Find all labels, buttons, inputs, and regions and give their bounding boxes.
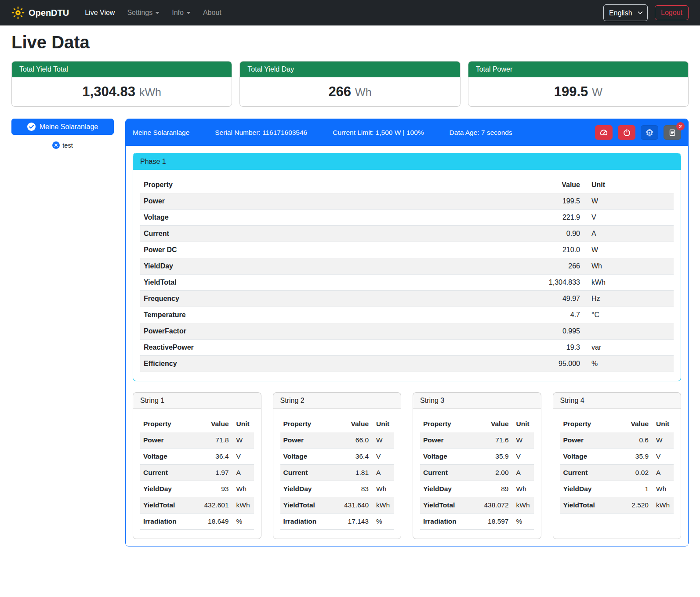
device-info-button[interactable] (641, 125, 658, 140)
row-property: YieldDay (420, 481, 480, 497)
logout-button[interactable]: Logout (655, 5, 689, 20)
sidebar-item-test-label: test (62, 142, 73, 149)
row-property: Voltage (420, 449, 480, 465)
table-row: Current1.81A (280, 465, 394, 481)
language-select-control[interactable]: English (604, 7, 647, 19)
row-unit: var (584, 340, 674, 356)
table-header-row: Property Value Unit (420, 416, 534, 432)
row-property: YieldDay (560, 481, 620, 497)
nav-links: Live View Settings Info About (80, 5, 227, 20)
table-row: Power66.0W (280, 432, 394, 449)
row-property: Irradiation (420, 514, 480, 530)
row-unit: W (652, 432, 674, 449)
row-unit: Hz (584, 291, 674, 307)
row-value: 71.8 (200, 432, 232, 449)
string-card-3: String 3 Property Value Unit (413, 392, 541, 539)
row-value: 438.072 (480, 497, 512, 514)
row-unit: A (584, 226, 674, 242)
table-row: Current2.00A (420, 465, 534, 481)
row-unit: V (652, 449, 674, 465)
inverter-serial: Serial Number: 116171603546 (215, 129, 307, 137)
table-row: Voltage35.9V (420, 449, 534, 465)
row-unit: V (232, 449, 254, 465)
table-header-row: Property Value Unit (140, 416, 254, 432)
table-row: Power0.6W (560, 432, 674, 449)
power-button[interactable] (618, 125, 635, 140)
row-unit: A (232, 465, 254, 481)
brand[interactable]: OpenDTU (11, 6, 69, 19)
nav-about[interactable]: About (198, 5, 227, 20)
phase-card-body: Property Value Unit Power199.5WVoltage22… (133, 170, 681, 381)
table-row: YieldTotal2.520kWh (560, 497, 674, 514)
row-property: Irradiation (140, 514, 200, 530)
string-table: Property Value Unit Power71.6WVoltage35.… (420, 416, 534, 530)
string-table: Property Value Unit Power0.6WVoltage35.9… (560, 416, 674, 514)
nav-live-view[interactable]: Live View (80, 5, 120, 20)
table-row: ReactivePower19.3var (140, 340, 674, 356)
navbar-right: English Logout (603, 4, 689, 21)
row-value: 49.97 (526, 291, 584, 307)
table-row: Irradiation18.597% (420, 514, 534, 530)
page-container: Live Data Total Yield Total 1,304.83kWh … (0, 33, 700, 560)
string-card-4: String 4 Property Value Unit (553, 392, 682, 539)
table-row: Power71.6W (420, 432, 534, 449)
row-property: YieldTotal (560, 497, 620, 514)
row-value: 210.0 (526, 242, 584, 258)
x-circle-icon (52, 141, 60, 149)
sidebar-item-inverter[interactable]: Meine Solaranlage (11, 119, 114, 135)
nav-info[interactable]: Info (167, 5, 196, 20)
col-value: Value (620, 416, 652, 432)
table-row: Voltage221.9V (140, 210, 674, 226)
row-value: 4.7 (526, 307, 584, 323)
row-unit: A (652, 465, 674, 481)
card-header: Total Power (468, 62, 688, 77)
page-title: Live Data (11, 33, 689, 52)
row-property: ReactivePower (140, 340, 526, 356)
col-property: Property (140, 177, 526, 193)
row-value: 36.4 (200, 449, 232, 465)
chevron-down-icon (155, 12, 160, 14)
col-value: Value (480, 416, 512, 432)
string-card-header: String 3 (413, 393, 541, 409)
nav-settings[interactable]: Settings (122, 5, 165, 20)
nav-info-label: Info (172, 9, 184, 17)
card-total-yield-day: Total Yield Day 266Wh (239, 61, 460, 107)
limit-settings-button[interactable] (595, 125, 613, 140)
row-property: PowerFactor (140, 323, 526, 340)
sidebar-item-test[interactable]: test (11, 141, 114, 149)
table-row: Power199.5W (140, 193, 674, 210)
string-card-1: String 1 Property Value Unit (133, 392, 261, 539)
table-row: Current0.90A (140, 226, 674, 242)
check-circle-icon (27, 123, 36, 131)
row-property: Voltage (140, 210, 526, 226)
row-property: Current (140, 465, 200, 481)
col-value: Value (526, 177, 584, 193)
event-log-button[interactable]: 2 (664, 125, 681, 140)
string-table: Property Value Unit Power66.0WVoltage36.… (280, 416, 394, 530)
gauge-icon (599, 128, 608, 137)
inverter-name: Meine Solaranlage (133, 129, 189, 137)
row-unit: Wh (652, 481, 674, 497)
row-value: 66.0 (340, 432, 372, 449)
summary-value: 266 (328, 84, 351, 99)
row-property: Voltage (280, 449, 341, 465)
phase-card-header: Phase 1 (133, 153, 681, 170)
col-property: Property (280, 416, 341, 432)
table-header-row: Property Value Unit (140, 177, 674, 193)
col-property: Property (140, 416, 200, 432)
language-select[interactable]: English (603, 4, 648, 21)
row-value: 19.3 (526, 340, 584, 356)
row-unit: V (512, 449, 534, 465)
row-value: 0.90 (526, 226, 584, 242)
row-property: Current (560, 465, 620, 481)
inverter-limit: Current Limit: 1,500 W | 100% (333, 129, 424, 137)
table-row: YieldDay266Wh (140, 258, 674, 275)
string-card-body: Property Value Unit Power71.6WVoltage35.… (413, 409, 541, 539)
table-row: Power71.8W (140, 432, 254, 449)
table-row: YieldTotal1,304.833kWh (140, 275, 674, 291)
string-card-body: Property Value Unit Power71.8WVoltage36.… (133, 409, 261, 539)
row-unit: W (232, 432, 254, 449)
inverter-actions: 2 (595, 125, 681, 140)
card-header: Total Yield Day (240, 62, 460, 77)
row-unit: % (584, 356, 674, 372)
